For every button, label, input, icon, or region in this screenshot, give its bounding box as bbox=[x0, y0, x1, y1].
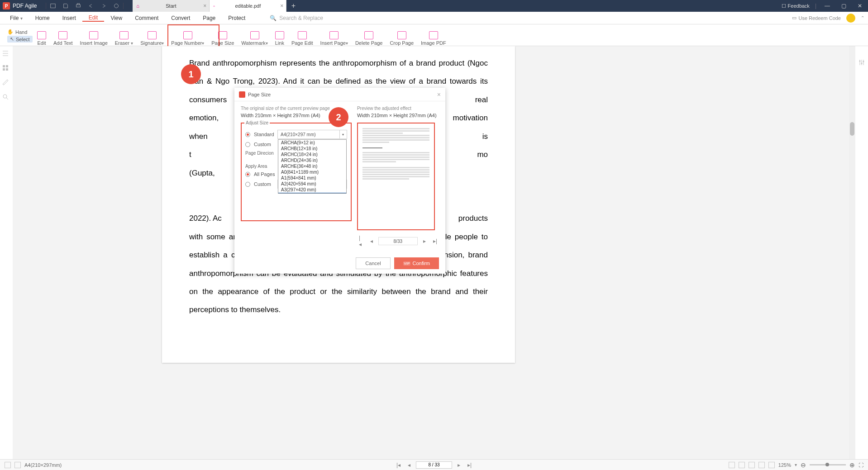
dropdown-item[interactable]: A1(594×841 mm) bbox=[278, 175, 346, 181]
tool-page-size[interactable]: Page Size bbox=[208, 24, 238, 46]
tool-link[interactable]: Link bbox=[272, 24, 288, 46]
tool-crop-page[interactable]: Crop Page bbox=[386, 24, 417, 46]
page-indicator[interactable]: 8/33 bbox=[378, 237, 418, 245]
search-placeholder: Search & Replace bbox=[279, 15, 323, 21]
confirm-button[interactable]: VIP Confirm bbox=[394, 257, 439, 269]
print-icon[interactable] bbox=[75, 3, 81, 9]
dropdown-item[interactable]: ARCHE(36×48 in) bbox=[278, 163, 346, 169]
new-tab-button[interactable]: + bbox=[286, 0, 300, 12]
next-page-button[interactable]: ▸ bbox=[421, 237, 428, 245]
menu-comment[interactable]: Comment bbox=[129, 15, 165, 21]
hand-tool[interactable]: ✋Hand bbox=[7, 29, 27, 35]
tool-eraser[interactable]: Eraser ▾ bbox=[111, 24, 137, 46]
menu-view[interactable]: View bbox=[104, 15, 129, 21]
annotate-icon[interactable] bbox=[2, 79, 9, 86]
dropdown-item[interactable]: ARCHC(18×24 in) bbox=[278, 152, 346, 157]
feedback-button[interactable]: ☐ Feedback bbox=[782, 3, 810, 9]
menu-protect[interactable]: Protect bbox=[222, 15, 252, 21]
tool-image-pdf[interactable]: Image PDF bbox=[417, 24, 450, 46]
avatar[interactable] bbox=[846, 14, 855, 23]
maximize-button[interactable]: ▢ bbox=[838, 1, 849, 10]
sb-first-page[interactable]: |◂ bbox=[395, 461, 402, 469]
tool-delete-page[interactable]: Delete Page bbox=[352, 24, 386, 46]
sb-page-input[interactable] bbox=[416, 461, 452, 469]
zoom-in-button[interactable]: ⊕ bbox=[849, 461, 855, 469]
right-panel-icons bbox=[858, 59, 865, 66]
radio-all-pages[interactable] bbox=[245, 172, 250, 177]
tool-insert-page[interactable]: Insert Page▾ bbox=[317, 24, 352, 46]
close-button[interactable]: ✕ bbox=[854, 1, 865, 10]
close-icon[interactable]: × bbox=[280, 3, 283, 9]
tab-editable[interactable]: ▫ editable.pdf × bbox=[210, 0, 286, 12]
thumbnails-icon[interactable] bbox=[2, 64, 9, 71]
adjust-size-panel: Adjust Size Standard A4(210×297 mm) ▾ AR… bbox=[241, 123, 352, 221]
tool-watermark[interactable]: Watermark▾ bbox=[238, 24, 271, 46]
sb-prev-page[interactable]: ◂ bbox=[406, 461, 412, 469]
sb-icon-2[interactable] bbox=[14, 462, 21, 468]
last-page-button[interactable]: ▸| bbox=[431, 237, 439, 245]
sb-last-page[interactable]: ▸| bbox=[466, 461, 473, 469]
fullscreen-button[interactable]: ⛶ bbox=[858, 462, 863, 468]
dropdown-item[interactable]: ARCHA(9×12 in) bbox=[278, 140, 346, 146]
tool-edit[interactable]: Edit bbox=[33, 24, 50, 46]
menu-file[interactable]: File ▾ bbox=[4, 15, 29, 21]
open-icon[interactable] bbox=[50, 3, 56, 9]
radio-custom-size[interactable] bbox=[245, 142, 250, 147]
tool-page-number[interactable]: Page Number▾ bbox=[167, 24, 208, 46]
scrollbar-thumb[interactable] bbox=[850, 122, 854, 136]
sb-next-page[interactable]: ▸ bbox=[456, 461, 462, 469]
zoom-slider[interactable] bbox=[810, 464, 846, 465]
menu-insert[interactable]: Insert bbox=[56, 15, 82, 21]
svg-rect-2 bbox=[77, 4, 80, 5]
tool-signature[interactable]: Signature▾ bbox=[137, 24, 167, 46]
save-icon[interactable] bbox=[62, 3, 69, 9]
search-box[interactable]: 🔍 Search & Replace bbox=[270, 15, 323, 21]
search-panel-icon[interactable] bbox=[2, 93, 9, 100]
view-mode-3[interactable] bbox=[749, 462, 755, 468]
tool-page-edit[interactable]: Page Edit bbox=[288, 24, 317, 46]
dialog-close-button[interactable]: × bbox=[437, 91, 441, 98]
cancel-button[interactable]: Cancel bbox=[356, 257, 390, 269]
outline-icon[interactable] bbox=[2, 50, 9, 57]
dropdown-item[interactable]: ARCHD(24×36 in) bbox=[278, 157, 346, 163]
collapse-ribbon[interactable]: ⌃ bbox=[861, 15, 864, 20]
minimize-button[interactable]: — bbox=[822, 1, 833, 10]
dropdown-item[interactable]: A2(420×594 mm) bbox=[278, 181, 346, 187]
dialog-header[interactable]: Page Size × bbox=[234, 88, 445, 101]
tab-start[interactable]: ⌂ Start × bbox=[133, 0, 210, 12]
tool-add-text[interactable]: Add Text bbox=[50, 24, 76, 46]
radio-custom-range[interactable] bbox=[245, 182, 250, 187]
view-mode-4[interactable] bbox=[758, 462, 765, 468]
tool-insert-image[interactable]: Insert Image bbox=[76, 24, 111, 46]
chevron-down-icon[interactable]: ▾ bbox=[339, 130, 347, 138]
settings-icon[interactable] bbox=[858, 59, 865, 66]
view-mode-5[interactable] bbox=[768, 462, 775, 468]
close-icon[interactable]: × bbox=[203, 3, 206, 9]
undo-icon[interactable] bbox=[88, 3, 94, 9]
zoom-out-button[interactable]: ⊖ bbox=[801, 461, 806, 469]
dropdown-item[interactable]: A0(841×1189 mm) bbox=[278, 169, 346, 175]
dropdown-item[interactable]: A3(297×420 mm) bbox=[278, 187, 346, 193]
dropdown-item[interactable]: ARCHB(12×18 in) bbox=[278, 146, 346, 152]
vertical-scrollbar[interactable] bbox=[849, 46, 855, 459]
menu-edit[interactable]: Edit bbox=[82, 14, 105, 22]
radio-standard[interactable] bbox=[245, 132, 250, 137]
circle-icon[interactable] bbox=[113, 3, 119, 9]
view-mode-1[interactable] bbox=[729, 462, 735, 468]
sb-icon-1[interactable] bbox=[5, 462, 11, 468]
cursor-icon: ↖ bbox=[10, 36, 14, 42]
view-mode-2[interactable] bbox=[739, 462, 745, 468]
redo-icon[interactable] bbox=[100, 3, 107, 9]
menu-page[interactable]: Page bbox=[196, 15, 222, 21]
select-tool[interactable]: ↖Select bbox=[7, 36, 33, 43]
menu-home[interactable]: Home bbox=[29, 15, 56, 21]
menu-convert[interactable]: Convert bbox=[165, 15, 196, 21]
annotation-badge-2: 2 bbox=[329, 107, 348, 127]
dropdown-item-selected[interactable]: A4(210×297 mm) bbox=[278, 193, 346, 194]
size-combo[interactable]: A4(210×297 mm) ▾ ARCHA(9×12 in) ARCHB(12… bbox=[277, 130, 347, 139]
first-page-button[interactable]: |◂ bbox=[357, 234, 365, 248]
dialog-logo bbox=[239, 91, 245, 98]
titlebar: P PDF Agile ⌂ Start × ▫ editable.pdf × +… bbox=[0, 0, 868, 12]
redeem-button[interactable]: ▭ Use Redeem Code bbox=[792, 15, 841, 21]
prev-page-button[interactable]: ◂ bbox=[368, 237, 375, 245]
